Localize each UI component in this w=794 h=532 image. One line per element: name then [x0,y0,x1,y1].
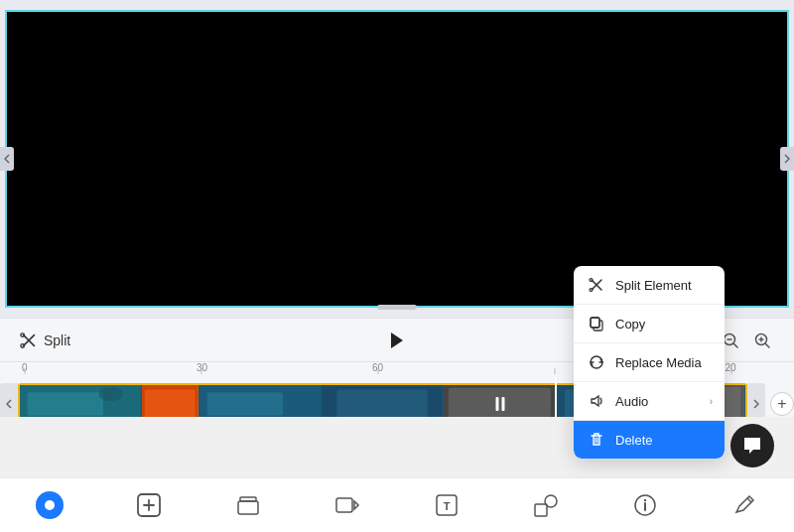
split-label: Split [44,332,70,348]
context-replace-label: Replace Media [615,355,702,370]
svg-rect-35 [336,498,352,512]
edit-icon [731,492,757,518]
svg-line-44 [747,498,751,502]
toolbar-item-layers[interactable] [226,483,270,527]
context-audio-label: Audio [615,394,648,409]
context-replace-icon [588,353,605,371]
scroll-indicator [377,305,417,310]
svg-rect-19 [145,390,196,417]
play-icon [384,330,406,351]
text-icon: T [434,492,460,518]
context-delete-icon [588,431,605,449]
left-btn-icon [6,399,12,409]
svg-marker-36 [354,501,358,509]
svg-rect-16 [28,392,103,416]
plus-square-icon [136,492,162,518]
zoom-in-button[interactable] [750,329,774,352]
scissors-icon [20,332,38,349]
layers-icon [235,492,261,518]
context-menu-copy[interactable]: Copy [574,305,725,342]
pause-overlay-1 [495,397,504,411]
toolbar-item-video[interactable] [326,483,369,527]
svg-point-17 [98,387,122,401]
toolbar-item-add[interactable] [127,483,171,527]
context-menu-split[interactable]: Split Element [574,266,725,304]
chat-button[interactable] [730,424,774,467]
timeline-left-button[interactable] [0,383,18,417]
svg-rect-21 [206,392,282,416]
info-icon [632,492,658,518]
clip-4[interactable] [322,385,444,417]
toolbar-item-info[interactable] [623,483,667,527]
svg-point-40 [545,495,557,507]
svg-point-0 [21,332,25,336]
svg-rect-23 [336,390,428,417]
svg-marker-2 [391,332,403,348]
svg-line-5 [733,343,737,347]
video-canvas [5,10,789,308]
clip-2-thumb [142,385,198,417]
context-menu: Split Element Copy Replace Media [574,266,725,459]
context-menu-audio[interactable]: Audio › [574,382,725,420]
clip-3-thumb [199,385,321,417]
zoom-in-icon [753,332,771,349]
zoom-controls [719,329,774,352]
video-clip-icon [334,492,360,518]
context-copy-label: Copy [615,317,645,332]
play-button[interactable] [379,325,411,356]
context-menu-delete[interactable]: Delete [574,421,725,459]
bottom-toolbar: T [0,477,794,532]
active-circle-icon [36,491,64,519]
right-btn-icon [753,399,759,409]
context-audio-icon [588,392,605,410]
shapes-icon [533,492,559,518]
playhead [555,377,557,417]
toolbar-item-circle[interactable] [28,483,71,527]
toolbar-item-edit[interactable] [723,483,766,527]
context-split-label: Split Element [615,278,692,293]
clip-1-thumb [20,385,141,417]
right-scroll-arrow[interactable] [780,147,794,171]
svg-point-1 [21,343,25,347]
svg-rect-33 [238,501,258,514]
timeline-right-button[interactable] [747,383,765,417]
context-delete-label: Delete [615,433,653,448]
split-button[interactable]: Split [20,332,70,349]
clip-3[interactable] [199,385,322,417]
toolbar-item-shapes[interactable] [524,483,568,527]
left-scroll-arrow[interactable] [0,147,14,171]
clip-5[interactable] [444,385,557,417]
context-menu-replace[interactable]: Replace Media [574,343,725,381]
clip-1[interactable] [20,385,142,417]
svg-rect-34 [240,497,256,501]
context-split-icon [588,276,605,294]
svg-line-9 [765,343,769,347]
context-copy-icon [588,315,605,332]
clip-4-thumb [322,385,443,417]
svg-rect-48 [591,318,599,328]
chat-icon [741,435,763,457]
toolbar-item-text[interactable]: T [425,483,468,527]
svg-point-43 [644,499,646,501]
clip-2[interactable] [142,385,198,417]
svg-rect-39 [535,504,547,516]
audio-arrow-icon: › [710,396,713,407]
add-clip-button[interactable]: + [770,392,794,416]
svg-text:T: T [444,500,451,512]
